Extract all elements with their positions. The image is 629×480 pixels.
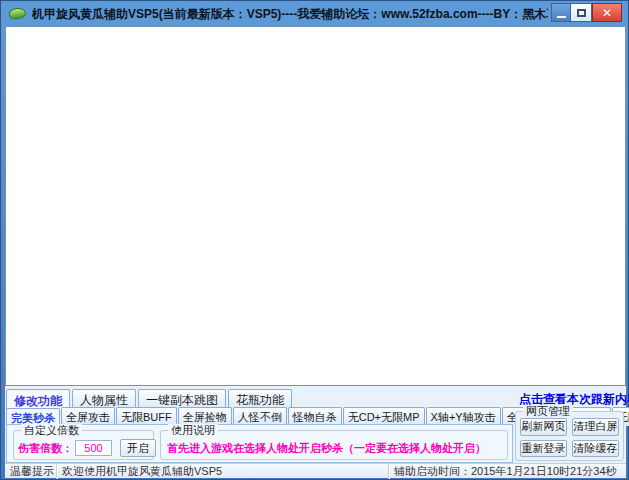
bottom-panel: 修改功能 人物属性 一键副本跳图 花瓶功能 点击查看本次跟新内容 完美秒杀 全屏… xyxy=(5,386,626,463)
instruction-text: 首先进入游戏在选择人物处开启秒杀（一定要在选择人物处开启） xyxy=(167,441,503,456)
modify-tab-page: 完美秒杀 全屏攻击 无限BUFF 全屏捡物 人怪不倒 怪物自杀 无CD+无限MP… xyxy=(6,407,513,463)
status-welcome-text: 欢迎使用机甲旋风黄瓜辅助VSP5 xyxy=(57,464,388,479)
instructions-group: 使用说明 首先进入游戏在选择人物处开启秒杀（一定要在选择人物处开启） xyxy=(160,430,508,460)
status-bar: 温馨提示： 欢迎使用机甲旋风黄瓜辅助VSP5 辅助启动时间：2015年1月21日… xyxy=(5,463,626,478)
custom-multiplier-group-title: 自定义倍数 xyxy=(21,424,82,436)
web-management-group: 网页管理 刷新网页 清理白屏 重新登录 清除缓存 xyxy=(515,411,624,461)
minimize-icon xyxy=(557,16,566,18)
title-bar: 机甲旋风黄瓜辅助VSP5(当前最新版本：VSP5)----我爱辅助论坛：www.… xyxy=(1,1,628,26)
clear-whitescreen-button[interactable]: 清理白屏 xyxy=(572,418,619,436)
relogin-button[interactable]: 重新登录 xyxy=(520,440,567,458)
clear-cache-button[interactable]: 清除缓存 xyxy=(572,440,619,458)
maximize-button[interactable] xyxy=(570,3,592,22)
close-button[interactable]: ✕ xyxy=(592,3,622,22)
embedded-web-view xyxy=(5,26,626,386)
status-start-time: 辅助启动时间：2015年1月21日10时21分34秒 xyxy=(388,464,626,479)
app-window: 机甲旋风黄瓜辅助VSP5(当前最新版本：VSP5)----我爱辅助论坛：www.… xyxy=(0,0,629,480)
window-title: 机甲旋风黄瓜辅助VSP5(当前最新版本：VSP5)----我爱辅助论坛：www.… xyxy=(32,6,548,23)
refresh-page-button[interactable]: 刷新网页 xyxy=(520,418,567,436)
damage-multiplier-input[interactable] xyxy=(75,440,112,456)
web-buttons: 刷新网页 清理白屏 重新登录 清除缓存 xyxy=(520,418,619,457)
minimize-button[interactable] xyxy=(551,3,570,22)
cucumber-app-icon xyxy=(8,7,26,20)
custom-multiplier-group: 自定义倍数 伤害倍数： 开启 xyxy=(13,430,154,460)
enable-button[interactable]: 开启 xyxy=(120,439,156,457)
web-management-group-title: 网页管理 xyxy=(523,405,573,417)
maximize-icon xyxy=(577,9,586,17)
window-controls: ✕ xyxy=(551,3,622,22)
damage-multiplier-label: 伤害倍数： xyxy=(18,441,73,456)
status-tip-label: 温馨提示： xyxy=(5,464,57,479)
perfect-kill-page: 自定义倍数 伤害倍数： 开启 使用说明 首先进入游戏在选择人物处开启秒杀（一定要… xyxy=(6,424,513,463)
instructions-group-title: 使用说明 xyxy=(168,424,218,436)
damage-row: 伤害倍数： 开启 xyxy=(18,439,156,457)
